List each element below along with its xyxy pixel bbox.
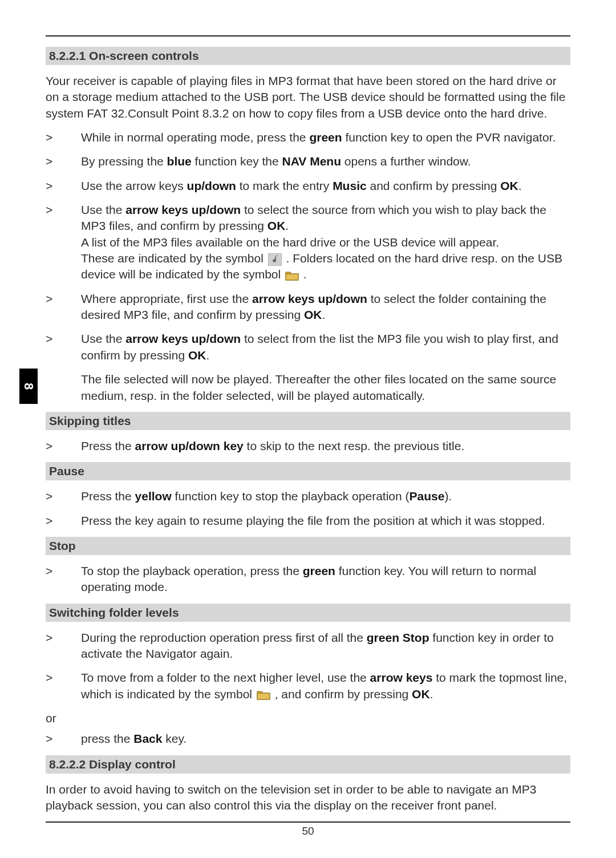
bullet-marker: > xyxy=(46,513,81,529)
intro-paragraph: Your receiver is capable of playing file… xyxy=(46,73,570,122)
heading-switching-folder-levels: Switching folder levels xyxy=(46,604,570,622)
bullet-marker: > xyxy=(46,563,81,579)
bullet-marker: > xyxy=(46,178,81,194)
list-item: > Use the arrow keys up/down to select t… xyxy=(46,202,570,283)
bullet-marker: > xyxy=(46,670,81,686)
list-item: > Where appropriate, first use the arrow… xyxy=(46,291,570,323)
list-item-text: Use the arrow keys up/down to select the… xyxy=(81,202,570,283)
list-item: > During the reproduction operation pres… xyxy=(46,630,570,662)
bullet-marker: > xyxy=(46,153,81,169)
list-item-text: Press the key again to resume playing th… xyxy=(81,513,570,529)
heading-onscreen-controls: 8.2.2.1 On-screen controls xyxy=(46,47,570,65)
continuation-text: The file selected will now be played. Th… xyxy=(46,371,570,404)
list-item-text: Use the arrow keys up/down to select fro… xyxy=(81,331,570,363)
page-number: 50 xyxy=(46,825,570,837)
folder-up-icon xyxy=(257,690,270,700)
list-item-text: Use the arrow keys up/down to mark the e… xyxy=(81,178,570,194)
bullet-marker: > xyxy=(46,129,81,145)
or-separator: or xyxy=(46,710,570,726)
heading-stop: Stop xyxy=(46,537,570,555)
bullet-marker: > xyxy=(46,291,81,307)
list-item: > To move from a folder to the next high… xyxy=(46,670,570,702)
bottom-rule xyxy=(46,821,570,823)
list-item-text: Press the arrow up/down key to skip to t… xyxy=(81,438,570,454)
bullet-marker: > xyxy=(46,438,81,454)
chapter-number: 8 xyxy=(21,383,36,390)
heading-skipping-titles: Skipping titles xyxy=(46,412,570,430)
bullet-marker: > xyxy=(46,202,81,218)
list-item: > Use the arrow keys up/down to select f… xyxy=(46,331,570,363)
bullet-marker: > xyxy=(46,331,81,347)
list-item: > press the Back key. xyxy=(46,731,570,747)
heading-pause: Pause xyxy=(46,462,570,480)
music-file-icon xyxy=(268,253,282,266)
list-item-text: Press the yellow function key to stop th… xyxy=(81,488,570,504)
svg-rect-2 xyxy=(257,693,270,699)
list-item: > While in normal operating mode, press … xyxy=(46,129,570,145)
bullet-marker: > xyxy=(46,488,81,504)
list-item-text: The file selected will now be played. Th… xyxy=(81,371,570,404)
list-item-text: press the Back key. xyxy=(81,731,570,747)
list-item-text: To move from a folder to the next higher… xyxy=(81,670,570,702)
bullet-marker: > xyxy=(46,630,81,646)
list-item: > To stop the playback operation, press … xyxy=(46,563,570,596)
list-item: > Use the arrow keys up/down to mark the… xyxy=(46,178,570,194)
list-item-text: Where appropriate, first use the arrow k… xyxy=(81,291,570,323)
list-item-text: By pressing the blue function key the NA… xyxy=(81,153,570,169)
svg-rect-1 xyxy=(286,274,298,280)
bullet-marker: > xyxy=(46,731,81,747)
heading-display-control: 8.2.2.2 Display control xyxy=(46,755,570,774)
list-item: > Press the key again to resume playing … xyxy=(46,513,570,529)
list-item: > By pressing the blue function key the … xyxy=(46,153,570,169)
display-control-paragraph: In order to avoid having to switch on th… xyxy=(46,782,570,814)
folder-icon xyxy=(285,270,299,281)
list-item: > Press the yellow function key to stop … xyxy=(46,488,570,504)
list-item-text: During the reproduction operation press … xyxy=(81,630,570,662)
list-item-text: While in normal operating mode, press th… xyxy=(81,129,570,145)
manual-page: 8 8.2.2.1 On-screen controls Your receiv… xyxy=(0,0,616,858)
top-rule xyxy=(46,35,570,37)
list-item: > Press the arrow up/down key to skip to… xyxy=(46,438,570,454)
chapter-tab: 8 xyxy=(19,369,38,404)
list-item-text: To stop the playback operation, press th… xyxy=(81,563,570,596)
